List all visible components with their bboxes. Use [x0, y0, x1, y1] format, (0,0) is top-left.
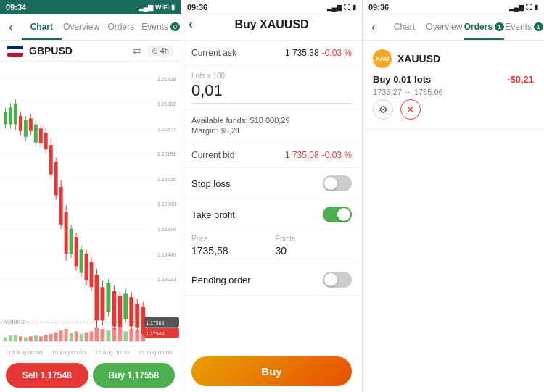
- lots-section: Lots x 100: [181, 66, 362, 110]
- svg-rect-97: [106, 330, 110, 341]
- svg-rect-93: [85, 333, 88, 342]
- chart-svg: 1.21428 1.21002 1.20577 1.20151 1.19726 …: [0, 62, 181, 346]
- date-2: 19 Aug 00:00: [51, 349, 86, 356]
- lots-input[interactable]: [191, 81, 352, 104]
- current-bid-change: -0,03 %: [322, 150, 352, 160]
- price-input[interactable]: [191, 245, 268, 259]
- current-bid-row: Current bid 1 735,08 -0,03 %: [181, 143, 362, 168]
- back-button-2[interactable]: ‹: [189, 17, 193, 32]
- buy-header: ‹ Buy XAUUSD: [181, 14, 362, 41]
- date-bar: 18 Aug 00:00 19 Aug 00:00 22 Aug 00:00 2…: [0, 346, 181, 359]
- tab-events-3[interactable]: Events 1: [504, 14, 544, 40]
- tab-overview-1[interactable]: Overview: [62, 14, 102, 40]
- svg-rect-90: [70, 333, 73, 342]
- buy-button[interactable]: Buy 1,17558: [93, 363, 176, 388]
- available-funds-row: Available funds: $10 000,29: [191, 116, 352, 125]
- price-field: Price: [191, 230, 268, 264]
- svg-rect-100: [123, 331, 128, 341]
- status-bar-2: 09:36 ▂▄▆ ⛶ ▮: [181, 0, 362, 14]
- svg-rect-102: [135, 330, 139, 341]
- pending-order-toggle[interactable]: [323, 272, 352, 288]
- time-3: 09:36: [368, 3, 389, 12]
- svg-text:1.21002: 1.21002: [157, 101, 176, 108]
- svg-rect-87: [54, 333, 58, 342]
- order-prices: 1735,27 → 1735.06: [373, 88, 534, 96]
- svg-rect-99: [118, 328, 122, 341]
- chart-header: GBPUSD ⇄ ⏱ 4h: [0, 41, 181, 62]
- tab-bar-1: ‹ Chart Overview Orders Events 0: [0, 14, 181, 41]
- timeframe-badge[interactable]: ⏱ 4h: [147, 45, 173, 57]
- tab-overview-3[interactable]: Overview: [424, 14, 464, 40]
- status-bar-1: 09:34 ▂▄▆ WiFi ▮: [0, 0, 181, 14]
- dots-icon: ⏱: [152, 47, 159, 55]
- tab-chart-1[interactable]: Chart: [22, 14, 62, 40]
- svg-rect-86: [49, 334, 53, 341]
- svg-rect-95: [94, 328, 99, 342]
- tab-orders-1[interactable]: Orders: [102, 14, 141, 40]
- lots-sublabel: Lots x 100: [191, 72, 352, 80]
- close-order-button[interactable]: ✕: [400, 99, 421, 120]
- current-ask-value: 1 735,38: [285, 48, 319, 58]
- order-lots: Buy 0.01 lots: [373, 74, 431, 85]
- status-icons-1: ▂▄▆ WiFi ▮: [139, 4, 175, 11]
- stop-loss-row: Stop loss: [181, 168, 362, 199]
- tab-events-1[interactable]: Events 0: [141, 14, 181, 40]
- events-badge-1: 0: [170, 22, 180, 31]
- chart-area[interactable]: 1.21428 1.21002 1.20577 1.20151 1.19726 …: [0, 62, 181, 346]
- tab-orders-3[interactable]: Orders 1: [464, 14, 504, 40]
- wifi-icon-2: ⛶: [344, 4, 350, 11]
- take-profit-toggle[interactable]: [323, 207, 352, 222]
- svg-rect-94: [90, 331, 94, 341]
- svg-rect-101: [129, 329, 133, 341]
- price-field-label: Price: [191, 235, 268, 243]
- points-input[interactable]: [276, 245, 353, 259]
- sell-button[interactable]: Sell 1,17548: [6, 363, 88, 388]
- order-detail-row: Buy 0.01 lots -$0,21: [373, 74, 534, 85]
- settings-icon-btn[interactable]: ⚙: [373, 99, 393, 120]
- status-icons-2: ▂▄▆ ⛶ ▮: [327, 4, 356, 11]
- svg-text:1.17548: 1.17548: [146, 330, 164, 338]
- svg-text:1.18023: 1.18023: [157, 276, 176, 283]
- svg-rect-85: [44, 335, 48, 341]
- svg-rect-83: [34, 335, 38, 341]
- stop-loss-toggle[interactable]: [323, 175, 352, 191]
- wifi-icon: WiFi: [155, 4, 169, 11]
- date-3: 22 Aug 00:00: [95, 349, 129, 356]
- order-actions: ⚙ ✕: [373, 99, 534, 120]
- svg-rect-77: [4, 337, 7, 341]
- orders-panel: 09:36 ▂▄▆ ⛶ ▮ ‹ Chart Overview Orders 1 …: [363, 0, 544, 392]
- battery-icon: ▮: [171, 4, 175, 11]
- current-ask-label: Current ask: [191, 48, 236, 58]
- current-bid-value: 1 735,08: [285, 150, 319, 160]
- chart-panel: 09:34 ▂▄▆ WiFi ▮ ‹ Chart Overview Orders…: [0, 0, 181, 392]
- tab-chart-3[interactable]: Chart: [384, 14, 424, 40]
- svg-rect-81: [24, 337, 28, 341]
- back-button-3[interactable]: ‹: [363, 14, 384, 40]
- svg-rect-91: [75, 331, 78, 341]
- svg-rect-79: [14, 335, 17, 341]
- svg-rect-88: [59, 330, 63, 341]
- buy-action-bar: Buy: [181, 351, 362, 392]
- battery-icon-3: ▮: [535, 4, 538, 11]
- svg-text:1.18874: 1.18874: [157, 226, 176, 233]
- svg-rect-80: [19, 336, 22, 341]
- svg-rect-96: [100, 329, 104, 341]
- time-2: 09:36: [187, 3, 207, 12]
- available-funds-value: $10 000,29: [250, 116, 290, 125]
- funds-info: Available funds: $10 000,29 Margin: $5,2…: [181, 110, 362, 143]
- signal-icon-3: ▂▄▆: [509, 4, 524, 11]
- date-1: 18 Aug 00:00: [8, 349, 42, 356]
- svg-text:1.20151: 1.20151: [157, 151, 176, 158]
- buy-content: Current ask 1 735,38 -0,03 % Lots x 100 …: [181, 41, 362, 351]
- svg-text:1.19726: 1.19726: [157, 175, 176, 183]
- status-icons-3: ▂▄▆ ⛶ ▮: [509, 4, 538, 11]
- points-field-label: Points: [276, 235, 353, 243]
- action-bar-1: Sell 1,17548 Buy 1,17558: [0, 359, 181, 392]
- svg-rect-92: [80, 334, 83, 341]
- current-ask-row: Current ask 1 735,38 -0,03 %: [181, 41, 362, 66]
- buy-action-button[interactable]: Buy: [191, 356, 352, 386]
- filter-icon[interactable]: ⇄: [133, 45, 141, 57]
- back-button-1[interactable]: ‹: [0, 14, 22, 40]
- pending-order-label: Pending order: [191, 275, 251, 285]
- svg-rect-82: [29, 336, 33, 341]
